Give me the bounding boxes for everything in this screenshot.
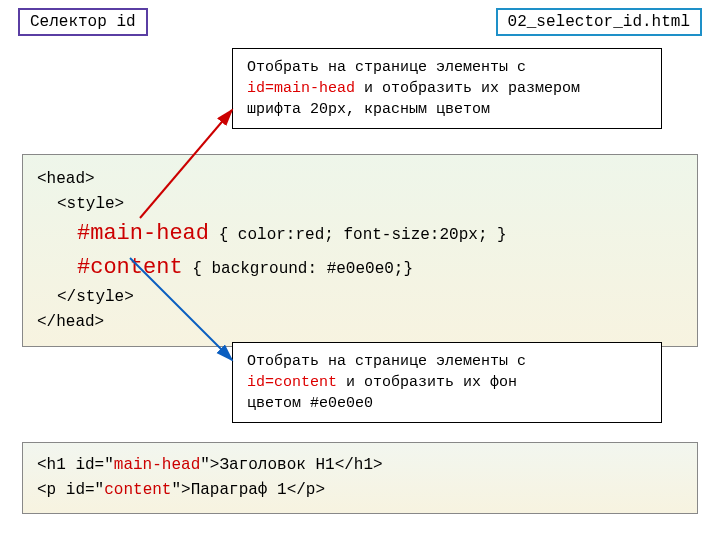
- code-line-rule1: #main-head { color:red; font-size:20px; …: [77, 217, 683, 251]
- code-line-style-close: </style>: [57, 285, 683, 310]
- callout-top-id: id=main-head: [247, 80, 355, 97]
- p-open: <p id=": [37, 481, 104, 499]
- code-line-head-close: </head>: [37, 310, 683, 335]
- callout-bottom: Отобрать на странице элементы с id=conte…: [232, 342, 662, 423]
- code-line-rule2: #content { background: #e0e0e0;}: [77, 251, 683, 285]
- callout-top-line1: Отобрать на странице элементы с: [247, 59, 526, 76]
- callout-bottom-line3: цветом #e0e0e0: [247, 395, 373, 412]
- code-line-style-open: <style>: [57, 192, 683, 217]
- rule-main-head: { color:red; font-size:20px; }: [209, 226, 507, 244]
- h1-open: <h1 id=": [37, 456, 114, 474]
- h1-close: ">Заголовок H1</h1>: [200, 456, 382, 474]
- code-main-block: <head> <style> #main-head { color:red; f…: [22, 154, 698, 347]
- code-h1-line: <h1 id="main-head">Заголовок H1</h1>: [37, 453, 683, 478]
- h1-id: main-head: [114, 456, 200, 474]
- callout-top-line2: и отобразить их размером: [355, 80, 580, 97]
- code-p-line: <p id="content">Параграф 1</p>: [37, 478, 683, 503]
- code-bottom-block: <h1 id="main-head">Заголовок H1</h1> <p …: [22, 442, 698, 514]
- callout-bottom-line2: и отобразить их фон: [337, 374, 517, 391]
- p-close: ">Параграф 1</p>: [171, 481, 325, 499]
- callout-bottom-line1: Отобрать на странице элементы с: [247, 353, 526, 370]
- filename-box: 02_selector_id.html: [496, 8, 702, 36]
- code-line-head-open: <head>: [37, 167, 683, 192]
- callout-top-line3: шрифта 20px, красным цветом: [247, 101, 490, 118]
- selector-main-head: #main-head: [77, 221, 209, 246]
- callout-top: Отобрать на странице элементы с id=main-…: [232, 48, 662, 129]
- rule-content: { background: #e0e0e0;}: [183, 260, 413, 278]
- filename-text: 02_selector_id.html: [508, 13, 690, 31]
- p-id: content: [104, 481, 171, 499]
- selector-content: #content: [77, 255, 183, 280]
- title-text: Селектор id: [30, 13, 136, 31]
- callout-bottom-id: id=content: [247, 374, 337, 391]
- title-box: Селектор id: [18, 8, 148, 36]
